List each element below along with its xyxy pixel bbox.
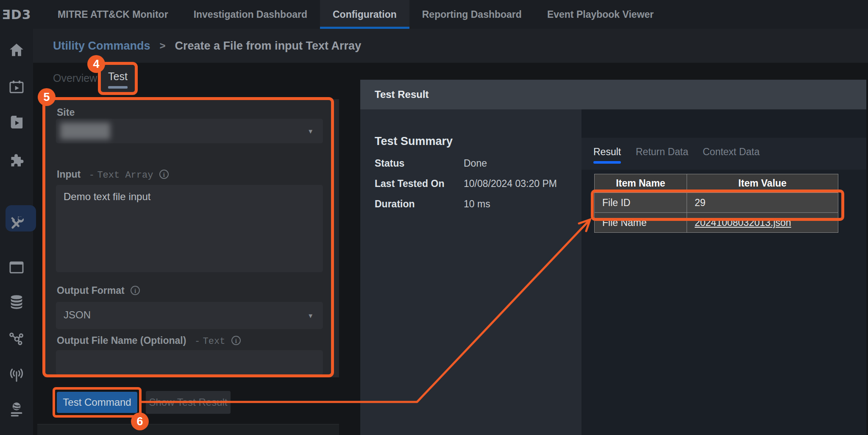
output-file-type-dash: - — [195, 336, 200, 347]
output-file-name-label-text: Output File Name (Optional) — [57, 335, 186, 346]
book-play-icon — [8, 114, 25, 131]
site-value-redacted — [60, 123, 110, 139]
breadcrumb-separator: > — [160, 40, 166, 52]
output-format-label-text: Output Format — [57, 285, 125, 296]
nav-item-mitre-attck-monitor[interactable]: MITRE ATT&CK Monitor — [45, 0, 181, 29]
input-label: Input - Text Array i — [57, 169, 169, 181]
status-value: Done — [464, 158, 487, 169]
input-type-dash: - — [89, 170, 95, 181]
table-row-file-id: File ID 29 — [595, 193, 838, 213]
app-window: ƎD3 MITRE ATT&CK Monitor Investigation D… — [0, 0, 868, 435]
site-dropdown[interactable]: ▼ — [56, 119, 323, 143]
file-download-link[interactable]: 20241008032013.json — [695, 217, 791, 228]
last-tested-on-value: 10/08/2024 03:20 PM — [464, 178, 557, 190]
d3-logo[interactable]: ƎD3 — [0, 0, 33, 29]
breadcrumb: Utility Commands > Create a File from in… — [33, 29, 868, 63]
file-id-value-cell: 29 — [687, 193, 838, 213]
result-table-header-row: Item Name Item Value — [595, 174, 838, 193]
output-format-label: Output Format i — [57, 285, 140, 296]
nav-item-configuration[interactable]: Configuration — [320, 0, 409, 29]
test-result-header: Test Result — [360, 80, 866, 109]
nav-items: MITRE ATT&CK Monitor Investigation Dashb… — [45, 0, 666, 29]
annotation-badge-4: 4 — [87, 55, 105, 73]
wrench-screwdriver-icon — [8, 214, 25, 231]
test-command-button[interactable]: Test Command — [57, 392, 137, 413]
chevron-down-icon: ▼ — [307, 312, 314, 319]
last-tested-on-label: Last Tested On — [375, 178, 444, 190]
output-format-info-icon[interactable]: i — [131, 286, 140, 295]
output-format-value: JSON — [64, 309, 91, 321]
output-tab-row: Output — [581, 109, 866, 138]
output-format-dropdown[interactable]: JSON ▼ — [56, 302, 323, 329]
annotation-badge-6: 6 — [131, 413, 149, 430]
breadcrumb-parent-link[interactable]: Utility Commands — [53, 39, 150, 53]
home-icon — [8, 42, 25, 59]
output-file-name-label: Output File Name (Optional) - Text i — [57, 335, 241, 347]
table-row-file-name: File Name 20241008032013.json — [595, 213, 838, 233]
subtab-return-data[interactable]: Return Data — [636, 146, 688, 158]
chevron-down-icon: ▼ — [307, 128, 314, 135]
output-file-type-separator — [189, 336, 195, 347]
puzzle-icon — [8, 153, 25, 170]
input-label-text: Input — [57, 169, 81, 180]
subtab-context-data[interactable]: Context Data — [703, 146, 760, 158]
duration-label: Duration — [375, 198, 415, 210]
duration-value: 10 ms — [464, 198, 490, 210]
globe-list-icon — [8, 401, 25, 418]
show-test-result-button[interactable]: Show Test Result — [146, 391, 231, 414]
sidebar-item-scheduled-playbook[interactable] — [0, 73, 33, 100]
col-item-name: Item Name — [595, 174, 687, 193]
sidebar-item-data-sources[interactable] — [0, 288, 33, 315]
test-summary-title: Test Summary — [375, 135, 453, 148]
test-result-title: Test Result — [375, 89, 429, 100]
top-nav: ƎD3 MITRE ATT&CK Monitor Investigation D… — [0, 0, 868, 29]
sidebar-item-playbook[interactable] — [0, 109, 33, 136]
status-label: Status — [375, 158, 404, 169]
output-file-info-icon[interactable]: i — [231, 336, 241, 345]
output-file-type-hint: Text — [203, 336, 225, 347]
result-table: Item Name Item Value File ID 29 File Nam… — [594, 174, 838, 233]
col-item-value: Item Value — [687, 174, 838, 193]
output-file-name-input[interactable] — [56, 350, 323, 375]
page-title: Create a File from input Text Array — [175, 39, 362, 53]
sidebar-item-events[interactable] — [0, 254, 33, 281]
tab-test[interactable]: Test — [101, 64, 135, 92]
tab-test-label: Test — [101, 70, 135, 83]
left-panel-footer — [37, 424, 339, 435]
nav-item-reporting-dashboard[interactable]: Reporting Dashboard — [409, 0, 534, 29]
tab-overview[interactable]: Overview — [53, 72, 97, 84]
input-value: Demo text file input — [64, 191, 150, 203]
sidebar-item-link-analysis[interactable] — [0, 325, 33, 352]
calendar-play-icon — [8, 78, 25, 95]
input-textarea[interactable]: Demo text file input — [56, 185, 323, 272]
antenna-broadcast-icon — [8, 366, 25, 383]
sidebar-item-integrations[interactable] — [0, 148, 33, 175]
file-id-name-cell: File ID — [595, 193, 687, 213]
icon-sidebar — [0, 29, 33, 435]
network-graph-icon — [8, 330, 25, 347]
calendar-icon — [8, 259, 25, 276]
input-info-icon[interactable]: i — [159, 170, 169, 179]
database-icon — [8, 293, 25, 310]
nav-item-investigation-dashboard[interactable]: Investigation Dashboard — [181, 0, 320, 29]
sidebar-item-sites[interactable] — [0, 396, 33, 423]
input-type-hint: Text Array — [97, 170, 153, 181]
sidebar-item-utility-commands[interactable] — [0, 209, 33, 236]
nav-item-event-playbook-viewer[interactable]: Event Playbook Viewer — [534, 0, 666, 29]
sidebar-item-home[interactable] — [0, 36, 33, 64]
tab-test-active-underline — [108, 86, 128, 89]
site-label: Site — [57, 107, 75, 118]
sidebar-item-broadcast[interactable] — [0, 361, 33, 388]
input-type-separator — [83, 170, 89, 181]
output-subtabs: Result Return Data Context Data — [581, 138, 866, 170]
file-name-name-cell: File Name — [595, 213, 687, 233]
sidebar-item-incident-report[interactable] — [0, 431, 33, 435]
annotation-badge-5: 5 — [38, 88, 56, 106]
subtab-result[interactable]: Result — [593, 146, 621, 158]
